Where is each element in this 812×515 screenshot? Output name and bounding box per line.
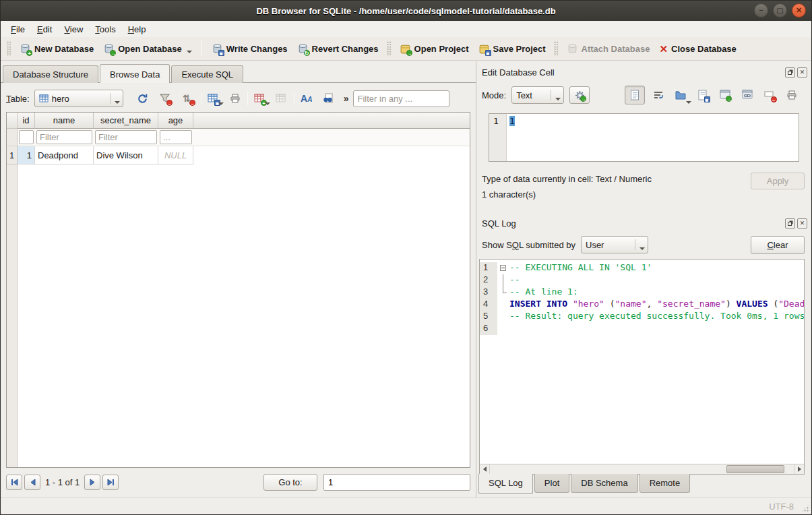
tab-plot[interactable]: Plot bbox=[534, 474, 569, 493]
tab-db-schema[interactable]: DB Schema bbox=[571, 474, 637, 493]
last-record-button[interactable] bbox=[102, 475, 119, 490]
tab-database-structure[interactable]: Database Structure bbox=[3, 65, 98, 83]
sql-source-selector[interactable]: User bbox=[581, 236, 648, 253]
toolbar-drag-handle[interactable] bbox=[554, 41, 559, 56]
dock-close-button[interactable]: ✕ bbox=[797, 218, 807, 229]
cell-editor[interactable]: 1 1 bbox=[489, 113, 799, 162]
clear-log-button[interactable]: Clear bbox=[751, 236, 805, 254]
tab-execute-sql[interactable]: Execute SQL bbox=[171, 65, 243, 83]
close-database-icon: ✕ bbox=[659, 44, 668, 54]
menu-help[interactable]: Help bbox=[122, 23, 152, 36]
first-record-icon bbox=[11, 479, 18, 486]
clear-sorting-button[interactable]: ⇅ – bbox=[180, 90, 197, 107]
menu-file[interactable]: File bbox=[5, 23, 31, 36]
sql-log-line: 6 bbox=[480, 323, 804, 335]
new-database-icon: + bbox=[20, 43, 31, 55]
previous-record-button[interactable] bbox=[24, 475, 40, 490]
cell-id[interactable]: 1 bbox=[18, 146, 35, 164]
open-database-button[interactable]: → Open Database bbox=[98, 40, 197, 57]
scrollbar-thumb[interactable] bbox=[726, 465, 785, 473]
scroll-left-icon bbox=[483, 466, 487, 472]
goto-input[interactable] bbox=[323, 474, 470, 491]
filter-input-secret-name[interactable] bbox=[95, 130, 157, 144]
clear-filters-button[interactable]: – bbox=[157, 90, 175, 107]
goto-button[interactable]: Go to: bbox=[263, 474, 317, 491]
document-icon bbox=[630, 90, 639, 100]
dock-float-button[interactable] bbox=[785, 67, 795, 78]
copy-link-button[interactable] bbox=[739, 86, 756, 104]
export-to-file-button[interactable]: ■ bbox=[694, 86, 712, 104]
format-toolbar-button[interactable]: AA bbox=[298, 90, 315, 107]
next-record-button[interactable] bbox=[84, 475, 100, 490]
import-from-file-button[interactable] bbox=[672, 86, 689, 104]
text-mode-button[interactable] bbox=[625, 86, 645, 104]
open-project-button[interactable]: → Open Project bbox=[395, 40, 474, 57]
previous-record-icon bbox=[29, 479, 36, 486]
filter-input-age[interactable] bbox=[160, 130, 192, 144]
filter-input-name[interactable] bbox=[36, 130, 92, 144]
cell-name[interactable]: Deadpond bbox=[35, 146, 94, 164]
toolbar-drag-handle[interactable] bbox=[7, 41, 11, 56]
row-header[interactable]: 1 bbox=[7, 146, 17, 164]
open-in-external-button[interactable]: → bbox=[716, 86, 734, 104]
print-table-button[interactable] bbox=[226, 90, 244, 107]
close-icon: ✕ bbox=[800, 69, 805, 75]
tab-browse-data[interactable]: Browse Data bbox=[100, 64, 170, 83]
cell-secret-name[interactable]: Dive Wilson bbox=[94, 146, 158, 164]
export-table-icon: ■ bbox=[208, 93, 219, 104]
cell-age[interactable]: NULL bbox=[158, 146, 193, 164]
filter-any-column-input[interactable] bbox=[353, 90, 449, 107]
resize-grip[interactable] bbox=[801, 504, 809, 512]
grid-corner[interactable] bbox=[7, 113, 17, 129]
filter-input-id[interactable] bbox=[19, 130, 34, 144]
scroll-right-button[interactable] bbox=[794, 464, 804, 474]
write-changes-icon: ■ bbox=[212, 43, 223, 55]
open-database-icon: → bbox=[103, 43, 115, 55]
open-database-menu-caret[interactable] bbox=[187, 51, 192, 53]
column-header-name[interactable]: name bbox=[35, 113, 94, 129]
word-wrap-button[interactable] bbox=[650, 86, 667, 104]
record-position: 1 - 1 of 1 bbox=[45, 477, 80, 487]
save-file-icon: ■ bbox=[697, 90, 709, 101]
column-header-age[interactable]: age bbox=[158, 113, 193, 129]
maximize-button[interactable]: ▢ bbox=[773, 3, 787, 18]
first-record-button[interactable] bbox=[6, 475, 22, 490]
new-database-button[interactable]: + New Database bbox=[15, 40, 98, 57]
new-record-button[interactable]: + bbox=[251, 90, 269, 107]
tab-remote[interactable]: Remote bbox=[639, 474, 691, 493]
menu-tools[interactable]: Tools bbox=[89, 23, 121, 36]
refresh-button[interactable] bbox=[134, 90, 152, 107]
main-toolbar: + New Database → Open Database ■ Write C… bbox=[1, 37, 811, 61]
write-changes-button[interactable]: ■ Write Changes bbox=[207, 40, 292, 57]
toolbar-overflow-chevron[interactable]: » bbox=[344, 93, 349, 104]
close-button[interactable]: ✕ bbox=[792, 3, 806, 18]
set-null-button[interactable]: – bbox=[761, 86, 778, 104]
minimize-button[interactable]: − bbox=[754, 3, 768, 18]
sql-log-view[interactable]: 1-- EXECUTING ALL IN 'SQL 1'2--3-- At li… bbox=[479, 259, 805, 475]
mode-selector[interactable]: Text bbox=[511, 86, 564, 104]
close-database-button[interactable]: ✕ Close Database bbox=[654, 41, 741, 57]
dock-float-button[interactable] bbox=[785, 218, 795, 229]
toolbar-drag-handle[interactable] bbox=[387, 41, 392, 56]
menu-edit[interactable]: Edit bbox=[31, 23, 58, 36]
dock-close-button[interactable]: ✕ bbox=[797, 67, 807, 78]
find-button[interactable] bbox=[319, 90, 337, 107]
save-project-button[interactable]: ■ Save Project bbox=[474, 40, 551, 57]
menu-view[interactable]: View bbox=[58, 23, 89, 36]
auto-apply-button[interactable]: → bbox=[569, 86, 590, 104]
scroll-left-button[interactable] bbox=[480, 464, 490, 474]
tab-sql-log[interactable]: SQL Log bbox=[478, 474, 533, 494]
sql-log-line: 3-- At line 1: bbox=[480, 286, 804, 299]
set-null-icon: – bbox=[764, 90, 776, 101]
open-file-icon bbox=[675, 90, 687, 100]
table-selector[interactable]: hero bbox=[34, 90, 123, 107]
column-header-id[interactable]: id bbox=[18, 113, 35, 129]
menu-bar: File Edit View Tools Help bbox=[1, 21, 811, 37]
print-cell-button[interactable] bbox=[783, 86, 801, 104]
revert-changes-button[interactable]: ↻ Revert Changes bbox=[292, 40, 383, 57]
cell-editor-content: 1 bbox=[509, 116, 515, 126]
log-horizontal-scrollbar[interactable] bbox=[480, 464, 804, 474]
export-table-button[interactable]: ■ bbox=[205, 90, 222, 107]
delete-record-icon bbox=[276, 93, 287, 104]
column-header-secret-name[interactable]: secret_name bbox=[94, 113, 158, 129]
